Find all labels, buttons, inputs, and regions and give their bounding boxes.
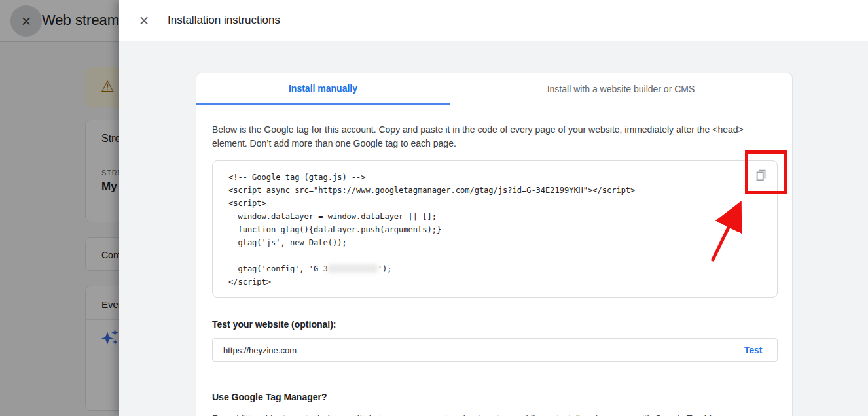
test-button[interactable]: Test	[729, 339, 777, 361]
code-line: <!-- Google tag (gtag.js) -->	[228, 171, 761, 184]
code-line: gtag('js', new Date());	[228, 236, 761, 249]
panel-title: Installation instructions	[168, 14, 280, 27]
tab-install-manually[interactable]: Install manually	[196, 73, 450, 105]
close-button[interactable]: ×	[135, 11, 153, 29]
panel-header: × Installation instructions	[119, 0, 868, 41]
close-icon: ×	[139, 11, 149, 29]
test-website-input[interactable]	[213, 339, 729, 361]
test-website-row: Test	[212, 338, 778, 362]
code-line: window.dataLayer = window.dataLayer || […	[228, 210, 761, 223]
test-button-label: Test	[744, 345, 763, 355]
annotation-arrow-icon	[707, 198, 748, 265]
installation-instructions-panel: × Installation instructions Install manu…	[119, 0, 868, 416]
google-tag-code-block: <!-- Google tag (gtag.js) --> <script as…	[212, 160, 778, 298]
instructions-card: Install manually Install with a website …	[196, 73, 793, 416]
code-line-blank	[228, 249, 761, 262]
test-website-label: Test your website (optional):	[212, 319, 776, 330]
code-line: <script async src="https://www.googletag…	[228, 184, 761, 197]
code-line: function gtag(){dataLayer.push(arguments…	[228, 223, 761, 236]
tab-label: Install with a website builder or CMS	[547, 84, 695, 94]
panel-body: Install manually Install with a website …	[119, 42, 868, 416]
gtm-text: For additional features including multip…	[212, 412, 776, 416]
code-config-post: ');	[378, 264, 392, 273]
code-line: </script>	[228, 275, 761, 288]
tab-install-cms[interactable]: Install with a website builder or CMS	[450, 73, 792, 105]
code-config-pre: gtag('config', 'G-3	[228, 264, 328, 273]
code-line-config: gtag('config', 'G-3');	[228, 262, 761, 275]
tab-label: Install manually	[289, 83, 357, 94]
tab-content: Below is the Google tag for this account…	[196, 105, 792, 416]
tab-bar: Install manually Install with a website …	[196, 73, 792, 105]
code-line: <script>	[228, 197, 761, 210]
intro-text: Below is the Google tag for this account…	[212, 123, 776, 150]
annotation-highlight-box	[745, 150, 787, 194]
gtm-heading: Use Google Tag Manager?	[212, 392, 776, 402]
redacted-measurement-id	[328, 264, 378, 273]
